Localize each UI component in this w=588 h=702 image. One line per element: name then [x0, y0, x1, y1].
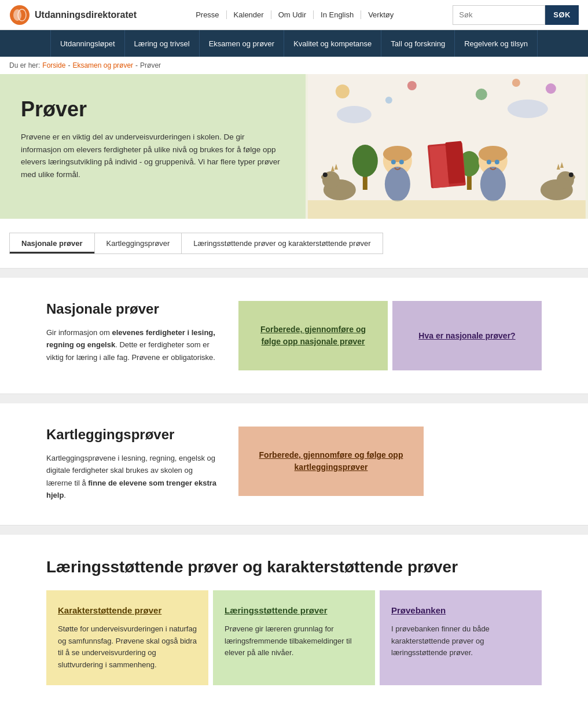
kartlegging-cards: Forberede, gjennomføre og følge opp kart… [238, 427, 542, 496]
top-nav-in-english[interactable]: In English [314, 10, 361, 19]
svg-point-25 [495, 160, 499, 164]
svg-point-24 [487, 160, 491, 164]
kartlegging-card-1[interactable]: Forberede, gjennomføre og følge opp kart… [238, 427, 424, 496]
nasjonale-card-2[interactable]: Hva er nasjonale prøver? [392, 301, 542, 370]
divider-2 [0, 394, 588, 403]
tab-nasjonale[interactable]: Nasjonale prøver [10, 233, 95, 253]
svg-point-19 [391, 160, 396, 164]
svg-point-17 [385, 167, 410, 201]
nasjonale-left: Nasjonale prøver Gir informasjon om elev… [46, 301, 220, 363]
hero-illustration [306, 74, 588, 219]
svg-point-4 [336, 84, 350, 98]
laringsstottende-inner-body: Prøvene gir læreren grunnlag for lærings… [225, 623, 363, 659]
karakterstottende-card: Karakterstøttende prøver Støtte for unde… [46, 590, 208, 685]
tab-kartlegging[interactable]: Kartleggingsprøver [95, 233, 182, 253]
nav-kvalitet[interactable]: Kvalitet og kompetanse [284, 30, 381, 57]
nav-tall-forskning[interactable]: Tall og forskning [381, 30, 455, 57]
nasjonale-body-prefix: Gir informasjon om [46, 328, 112, 337]
nav-eksamen-prover[interactable]: Eksamen og prøver [200, 30, 284, 57]
top-nav-kalender[interactable]: Kalender [227, 10, 271, 19]
main-nav: Utdanningsløpet Læring og trivsel Eksame… [0, 30, 588, 57]
provebanken-title[interactable]: Prøvebanken [391, 604, 530, 616]
divider-3 [0, 525, 588, 535]
nav-utdanningslop[interactable]: Utdanningsløpet [50, 30, 125, 57]
provebanken-card: Prøvebanken I prøvebanken finner du både… [380, 590, 542, 685]
svg-point-20 [399, 160, 404, 164]
top-nav-presse[interactable]: Presse [189, 10, 226, 19]
nasjonale-section: Nasjonale prøver Gir informasjon om elev… [0, 278, 588, 394]
svg-point-1 [13, 9, 21, 21]
tabs-section: Nasjonale prøver Kartleggingsprøver Læri… [0, 219, 588, 269]
search-button[interactable]: SØK [545, 5, 579, 25]
svg-point-23 [479, 146, 508, 162]
provebanken-body: I prøvebanken finner du både karakterstø… [391, 623, 530, 659]
hero-text: Prøver Prøvene er en viktig del av under… [0, 74, 306, 219]
svg-point-22 [480, 167, 506, 201]
hero-description: Prøvene er en viktig del av underveisvur… [21, 131, 285, 181]
nasjonale-title: Nasjonale prøver [46, 301, 220, 317]
nav-regelverk[interactable]: Regelverk og tilsyn [455, 30, 538, 57]
karakterstottende-title[interactable]: Karakterstøttende prøver [58, 604, 197, 616]
svg-point-6 [476, 89, 487, 100]
logo-area: Utdanningsdirektoratet [9, 5, 137, 25]
breadcrumb: Du er her: Forside - Eksamen og prøver -… [0, 57, 588, 74]
top-nav-om-udir[interactable]: Om Udir [271, 10, 314, 19]
kartlegging-section: Kartleggingsprøver Kartleggingsprøvene i… [0, 403, 588, 525]
svg-point-10 [337, 106, 372, 123]
kartlegging-left: Kartleggingsprøver Kartleggingsprøvene i… [46, 427, 220, 502]
hero-section: Prøver Prøvene er en viktig del av under… [0, 74, 588, 219]
laringsstottende-section: Læringsstøttende prøver og karakterstøtt… [0, 535, 588, 702]
top-nav: Presse Kalender Om Udir In English Verkt… [189, 10, 400, 19]
search-input[interactable] [453, 5, 545, 25]
svg-point-38 [569, 172, 574, 177]
svg-point-7 [546, 83, 556, 94]
hero-title: Prøver [21, 97, 285, 122]
hero-image [306, 74, 588, 219]
laringsstottende-title: Læringsstøttende prøver og karakterstøtt… [46, 558, 542, 576]
breadcrumb-forside[interactable]: Forside [42, 61, 65, 69]
logo-text: Utdanningsdirektoratet [35, 10, 137, 20]
laringsstottende-card-inner: Læringsstøttende prøver Prøvene gir lære… [213, 590, 375, 685]
svg-point-13 [352, 145, 378, 177]
svg-point-9 [512, 79, 520, 87]
kartlegging-body: Kartleggingsprøvene i lesning, regning, … [46, 452, 220, 502]
svg-point-32 [323, 172, 328, 177]
nasjonale-link-1[interactable]: Forberede, gjennomføre og følge opp nasj… [250, 324, 376, 348]
svg-rect-41 [308, 200, 586, 219]
kartlegging-link-1[interactable]: Forberede, gjennomføre og følge opp kart… [250, 449, 412, 473]
nasjonale-link-2[interactable]: Hva er nasjonale prøver? [418, 330, 515, 342]
top-bar: Utdanningsdirektoratet Presse Kalender O… [0, 0, 588, 30]
breadcrumb-sep-2: - [135, 61, 138, 69]
nasjonale-body: Gir informasjon om elevenes ferdigheter … [46, 326, 220, 363]
kartlegging-title: Kartleggingsprøver [46, 427, 220, 443]
top-nav-verktoy[interactable]: Verktøy [361, 10, 400, 19]
laringsstottende-inner-title[interactable]: Læringsstøttende prøver [225, 604, 363, 616]
karakterstottende-body: Støtte for underveisvurderingen i naturf… [58, 623, 197, 671]
nasjonale-card-1[interactable]: Forberede, gjennomføre og følge opp nasj… [238, 301, 388, 370]
breadcrumb-current: Prøver [140, 61, 161, 69]
svg-point-18 [383, 146, 412, 162]
laringsstottende-cards: Karakterstøttende prøver Støtte for unde… [46, 590, 542, 685]
kartlegging-body-suffix: . [64, 491, 66, 499]
divider-1 [0, 269, 588, 278]
nasjonale-cards: Forberede, gjennomføre og følge opp nasj… [238, 301, 542, 370]
nav-laring-trivsel[interactable]: Læring og trivsel [125, 30, 200, 57]
tabs-container: Nasjonale prøver Kartleggingsprøver Læri… [9, 233, 383, 254]
search-area: SØK [453, 5, 579, 25]
svg-point-5 [407, 81, 417, 90]
breadcrumb-sep-1: - [68, 61, 70, 69]
breadcrumb-prefix: Du er her: [9, 61, 40, 69]
breadcrumb-eksamen[interactable]: Eksamen og prøver [72, 61, 133, 69]
logo-icon [9, 5, 30, 25]
svg-point-11 [508, 100, 548, 118]
svg-point-8 [385, 97, 392, 104]
tab-laringsstottende[interactable]: Læringsstøttende prøver og karakterstøtt… [182, 233, 382, 253]
